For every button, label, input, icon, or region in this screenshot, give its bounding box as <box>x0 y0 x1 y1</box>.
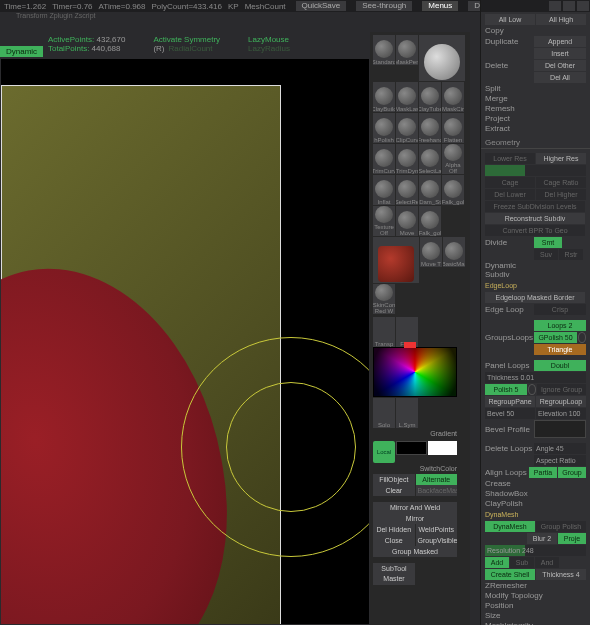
main-brush-icon[interactable] <box>419 35 465 81</box>
cage-l[interactable]: Cage <box>485 177 535 188</box>
regrouppanels-button[interactable]: RegroupPane <box>485 396 535 407</box>
transp-toggle[interactable]: Transp <box>373 317 395 347</box>
brush-Falk_gol[interactable]: Falk_gol <box>419 206 441 236</box>
modifytopology-button[interactable]: Modify Topology <box>485 591 565 600</box>
subtoolmaster-button[interactable]: SubTool Master <box>373 563 415 585</box>
min-icon[interactable] <box>549 1 561 11</box>
smt-toggle[interactable]: Smt <box>534 237 562 248</box>
delhidden-button[interactable]: Del Hidden <box>373 524 415 535</box>
delete-button[interactable]: Delete <box>485 61 533 70</box>
menus-button[interactable]: Menus <box>422 1 458 11</box>
mirror-weld-button[interactable]: Mirror And Weld <box>373 502 457 513</box>
polish-slider[interactable]: Polish 5 <box>485 384 527 395</box>
allhigh-button[interactable]: All High <box>536 14 586 25</box>
merge-button[interactable]: Merge <box>485 94 533 103</box>
freeze-subdiv[interactable]: Freeze SubDivision Levels <box>485 201 585 212</box>
restore-icon[interactable] <box>563 1 575 11</box>
rstr-toggle[interactable]: Rstr <box>559 249 583 260</box>
brush-ClayBuild[interactable]: ClayBuild <box>373 82 395 112</box>
size-button[interactable]: Size <box>485 611 533 620</box>
viewport[interactable] <box>0 58 370 625</box>
triangle-toggle[interactable]: Triangle <box>534 344 586 355</box>
lazymouse[interactable]: LazyMouse <box>248 35 289 44</box>
dynamic-subdiv[interactable]: Dynamic Subdiv <box>485 261 533 279</box>
brush-SkinCon Red W[interactable]: SkinCon Red W <box>373 284 395 314</box>
crisp-toggle[interactable]: Crisp <box>534 304 586 315</box>
brush-BasicMat[interactable]: BasicMat <box>443 237 465 267</box>
meshintegrity-button[interactable]: MeshIntegrity <box>485 621 565 625</box>
divide-button[interactable]: Divide <box>485 238 533 247</box>
remesh-button[interactable]: Remesh <box>485 104 533 113</box>
quicksave-button[interactable]: QuickSave <box>296 1 347 11</box>
blur-slider[interactable]: Blur 2 <box>527 533 557 544</box>
convert-bpr[interactable]: Convert BPR To Geo <box>485 225 585 236</box>
brush-Move[interactable]: Move <box>396 206 418 236</box>
activate-symmetry[interactable]: Activate Symmetry <box>153 35 220 44</box>
main-color[interactable] <box>428 441 457 455</box>
brush-SelectLa[interactable]: SelectLa <box>419 144 441 174</box>
delother-button[interactable]: Del Other <box>534 60 586 71</box>
dynamesh-header[interactable]: DynaMesh <box>485 509 586 520</box>
sub-mode[interactable]: Sub <box>510 557 534 568</box>
brush-Dam_St[interactable]: Dam_St <box>419 175 441 205</box>
delall-button[interactable]: Del All <box>534 72 586 83</box>
crease-button[interactable]: Crease <box>485 479 533 488</box>
zremesher-button[interactable]: ZRemesher <box>485 581 533 590</box>
brush-ClayTube[interactable]: ClayTube <box>419 82 441 112</box>
lsym-toggle[interactable]: L.Sym <box>396 398 418 428</box>
createshell-button[interactable]: Create Shell <box>485 569 535 580</box>
shadowbox-button[interactable]: ShadowBox <box>485 489 533 498</box>
brush-MaskLas[interactable]: MaskLas <box>396 82 418 112</box>
brush-SelectRe[interactable]: SelectRe <box>396 175 418 205</box>
project-button[interactable]: Project <box>485 114 533 123</box>
backfacemask-button[interactable]: BackfaceMas <box>416 485 458 496</box>
suv-toggle[interactable]: Suv <box>534 249 558 260</box>
radial-count[interactable]: RadialCount <box>169 44 213 53</box>
partial-toggle[interactable]: Partia <box>529 467 557 478</box>
brush-TrimCurv[interactable]: TrimCurv <box>373 144 395 174</box>
dynamesh-button[interactable]: DynaMesh <box>485 521 535 532</box>
thickness-slider[interactable]: Thickness 0.01 <box>485 372 586 383</box>
brush-Move T[interactable]: Move T <box>420 237 442 267</box>
brush-Flatten[interactable]: Flatten <box>442 113 464 143</box>
secondary-color[interactable] <box>396 441 427 455</box>
split-button[interactable]: Split <box>485 84 533 93</box>
alllow-button[interactable]: All Low <box>485 14 535 25</box>
regrouploops-button[interactable]: RegroupLoop <box>536 396 586 407</box>
seethrough-slider[interactable]: See-through <box>356 1 412 11</box>
alignloops-button[interactable]: Align Loops <box>485 468 528 477</box>
brush-hPolish[interactable]: hPolish <box>373 113 395 143</box>
higherres-button[interactable]: Higher Res <box>536 153 586 164</box>
material-icon[interactable] <box>373 237 419 283</box>
resolution-slider[interactable]: Resolution 248 <box>485 545 586 556</box>
insert-button[interactable]: Insert <box>534 48 586 59</box>
loops-slider[interactable]: Loops 2 <box>534 320 586 331</box>
aspectratio-slider[interactable]: Aspect Ratio <box>534 455 586 466</box>
closeholes-button[interactable]: Close Holes <box>373 535 415 546</box>
geometry-header[interactable]: Geometry <box>481 138 590 149</box>
groupvisible-button[interactable]: GroupVisible <box>416 535 458 546</box>
copy-button[interactable]: Copy <box>485 26 533 35</box>
brush-Freehand[interactable]: Freehand <box>419 113 441 143</box>
brush-Standard[interactable]: Standard <box>373 35 395 65</box>
edgeloop-header[interactable]: EdgeLoop <box>485 280 586 291</box>
edgeloop-button[interactable]: Edge Loop <box>485 305 533 314</box>
append-button[interactable]: Append <box>534 36 586 47</box>
edgeloop-masked-button[interactable]: Edgeloop Masked Border <box>485 292 585 303</box>
lazy-radius[interactable]: LazyRadius <box>248 44 290 53</box>
alternate-button[interactable]: Alternate <box>416 474 458 485</box>
groupsloops-button[interactable]: GroupsLoops <box>485 333 533 342</box>
brush-MaskCir[interactable]: MaskCir <box>442 82 464 112</box>
del-lower[interactable]: Del Lower <box>485 189 535 200</box>
cage-r[interactable]: Cage Ratio <box>536 177 586 188</box>
close-icon[interactable] <box>577 1 589 11</box>
local-button[interactable]: Local <box>373 441 395 463</box>
brush-TrimDyn[interactable]: TrimDyn <box>396 144 418 174</box>
del-higher[interactable]: Del Higher <box>536 189 586 200</box>
extract-button[interactable]: Extract <box>485 124 533 133</box>
project-toggle[interactable]: Proje <box>558 533 586 544</box>
solo-toggle[interactable]: Solo <box>373 398 395 428</box>
brush-ClipCurv[interactable]: ClipCurv <box>396 113 418 143</box>
angle-slider[interactable]: Angle 45 <box>534 443 586 454</box>
brush-Alpha Off[interactable]: Alpha Off <box>442 144 464 174</box>
